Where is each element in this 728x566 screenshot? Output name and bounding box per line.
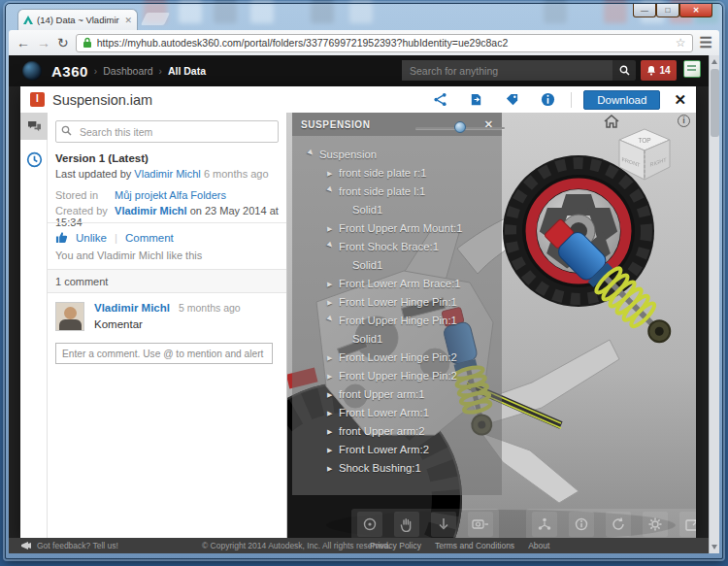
slider-handle[interactable] — [454, 121, 466, 133]
item-search-input[interactable] — [55, 120, 279, 143]
global-search-input[interactable] — [402, 60, 612, 81]
new-tab-button[interactable] — [141, 13, 170, 25]
page-scrollbar[interactable] — [709, 55, 719, 553]
address-bar[interactable]: https://myhub.autodesk360.com/portal/fol… — [76, 34, 693, 52]
tree-node[interactable]: Front Upper Hinge Pin:1 — [292, 312, 502, 330]
window-controls: — □ ✕ — [633, 4, 712, 17]
properties-tool[interactable] — [569, 512, 594, 537]
search-icon — [619, 65, 630, 76]
tree-node[interactable]: front Upper arm:2 — [292, 422, 502, 441]
viewer-info-button[interactable]: i — [678, 115, 690, 127]
tree-node[interactable]: Solid1 — [292, 256, 502, 275]
settings-tool[interactable] — [643, 512, 668, 537]
tree-node[interactable]: Solid1 — [292, 330, 502, 349]
tree-node[interactable]: front side plate r:1 — [292, 164, 502, 183]
notifications-button[interactable]: 14 — [641, 60, 677, 81]
tree-node[interactable]: Front Lower Arm Brace:1 — [292, 275, 502, 293]
site-footer: Got feedback? Tell us! © Copyright 2014 … — [9, 538, 719, 553]
commenter-name-link[interactable]: Vladimir Michl — [94, 302, 170, 314]
version-title: Version 1 (Latest) — [55, 152, 149, 164]
fullscreen-icon — [684, 516, 696, 532]
navigation-toolbar — [351, 509, 499, 540]
camera-tool[interactable] — [468, 512, 493, 537]
tree-node[interactable]: Solid1 — [292, 201, 502, 219]
tree-node[interactable]: Front Lower Arm:2 — [292, 441, 502, 459]
stored-in-label: Stored in — [55, 189, 112, 201]
divider — [48, 222, 286, 223]
tag-button[interactable] — [505, 92, 519, 107]
download-button[interactable]: Download — [583, 90, 660, 110]
comments-tab[interactable] — [20, 113, 48, 140]
orbit-icon — [362, 516, 378, 532]
tree-node[interactable]: Front Upper Arm Mount:1 — [292, 219, 502, 238]
move-button[interactable] — [469, 92, 483, 107]
close-window-button[interactable]: ✕ — [679, 4, 712, 17]
about-link[interactable]: About — [528, 541, 549, 550]
model-viewer[interactable]: SUSPENSION ✕ Suspension front side plate… — [287, 113, 696, 541]
scroll-up-arrow[interactable] — [711, 59, 717, 64]
chrome-menu-icon[interactable]: ☰ — [700, 34, 711, 51]
gear-icon — [647, 516, 663, 532]
tab-close-icon[interactable]: ✕ — [124, 16, 132, 25]
versions-tab[interactable] — [20, 146, 48, 173]
tree-node[interactable]: front side plate l:1 — [292, 183, 502, 201]
share-button[interactable] — [433, 92, 447, 107]
feedback-icon — [20, 541, 32, 550]
refresh-icon — [611, 516, 626, 532]
share-icon — [433, 92, 447, 107]
explode-slider[interactable] — [415, 121, 505, 135]
comment-link[interactable]: Comment — [125, 232, 174, 244]
bookmark-star-icon[interactable]: ☆ — [676, 36, 686, 50]
view-cube[interactable]: TOP FRONT RIGHT — [613, 125, 676, 187]
pan-tool[interactable] — [394, 512, 419, 537]
modal-header: Suspension.iam — [20, 86, 696, 113]
maximize-button[interactable]: □ — [656, 4, 679, 17]
explode-tool[interactable] — [532, 512, 557, 537]
brand-title[interactable]: A360 — [51, 63, 88, 80]
forward-button[interactable]: → — [37, 36, 50, 50]
scrollbar-thumb[interactable] — [711, 69, 719, 137]
global-search-button[interactable] — [612, 60, 636, 81]
fullscreen-tool[interactable] — [679, 512, 696, 537]
tree-node[interactable]: Front Upper Hinge Pin:2 — [292, 367, 502, 385]
unlike-link[interactable]: Unlike — [76, 232, 107, 244]
tree-node[interactable]: Front Shock Brace:1 — [292, 238, 502, 256]
info-button[interactable] — [541, 92, 555, 107]
browser-tab[interactable]: (14) Data ~ Vladimir Michl ✕ — [17, 9, 138, 30]
modal-close-icon[interactable]: ✕ — [674, 91, 686, 109]
minimize-button[interactable]: — — [633, 4, 656, 17]
stored-in-link[interactable]: Můj projekt Alfa Folders — [115, 189, 226, 201]
feedback-link[interactable]: Got feedback? Tell us! — [37, 541, 118, 550]
terms-link[interactable]: Terms and Conditions — [435, 541, 514, 550]
a360-logo[interactable] — [22, 61, 42, 81]
commenter-avatar — [55, 302, 84, 331]
tree-node[interactable]: Front Lower Hinge Pin:2 — [292, 349, 502, 367]
breadcrumb-dashboard[interactable]: Dashboard — [103, 65, 152, 77]
created-by-user-link[interactable]: Vladimir Michl — [115, 205, 187, 216]
breadcrumb-all-data[interactable]: All Data — [168, 65, 206, 77]
likes-text: You and Vladimir Michl like this — [55, 250, 202, 261]
url-text[interactable]: https://myhub.autodesk360.com/portal/fol… — [97, 37, 671, 49]
notification-count: 14 — [659, 65, 670, 76]
tree-node[interactable]: Shock Bushing:1 — [292, 459, 502, 478]
tree-node[interactable]: Suspension — [292, 146, 502, 164]
history-clock-icon — [26, 151, 43, 168]
tree-node[interactable]: Front Lower Arm:1 — [292, 404, 502, 422]
created-by-label: Created by — [55, 205, 112, 216]
back-button[interactable]: ← — [17, 36, 30, 50]
privacy-policy-link[interactable]: Privacy Policy — [370, 541, 421, 550]
created-by-row: Created by Vladimir Michl on 23 May 2014… — [55, 205, 286, 228]
scroll-down-arrow[interactable] — [711, 545, 717, 549]
comment-input[interactable] — [55, 343, 273, 364]
refresh-tool[interactable] — [606, 512, 631, 537]
tree-node[interactable]: Front Lower Hinge Pin:1 — [292, 293, 502, 312]
profile-avatar[interactable] — [683, 60, 701, 78]
zoom-tool[interactable] — [431, 512, 456, 537]
iam-file-icon — [30, 92, 45, 107]
last-updated-time: 6 months ago — [204, 168, 269, 180]
last-updated-user-link[interactable]: Vladimir Michl — [134, 168, 200, 180]
orbit-tool[interactable] — [357, 512, 382, 537]
tree-node[interactable]: front Upper arm:1 — [292, 385, 502, 404]
thumbs-up-icon — [55, 231, 68, 244]
reload-button[interactable]: ↻ — [57, 36, 69, 50]
